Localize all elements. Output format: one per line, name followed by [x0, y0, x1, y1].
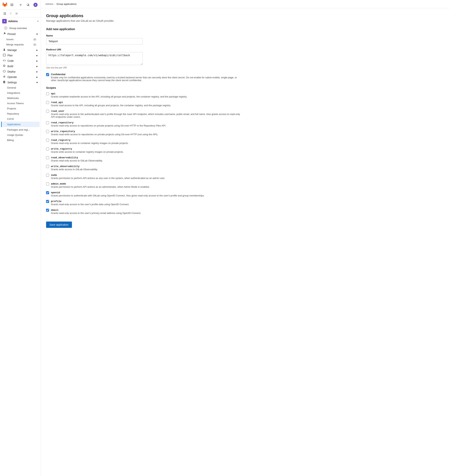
sidebar-section-code[interactable]: Code ▸: [0, 58, 41, 63]
new-item-button[interactable]: [18, 2, 24, 8]
scope-name-read_api[interactable]: read_api: [51, 101, 63, 104]
sidebar-item-repository[interactable]: Repository: [1, 111, 39, 116]
sidebar-section-pinned[interactable]: Pinned ▾: [0, 31, 41, 37]
settings-icon: [3, 81, 6, 84]
scope-name-write_repository[interactable]: write_repository: [51, 130, 75, 133]
scope-desc-write_repository: Grants read-write access to repositories…: [51, 133, 158, 136]
sidebar-item-packages-regi[interactable]: Packages and regi...: [1, 127, 39, 132]
scope-desc-read_user: Grants read-only access to the authentic…: [51, 113, 240, 118]
sidebar-item-access-tokens[interactable]: Access Tokens: [1, 101, 39, 106]
sidebar-section-manage[interactable]: Manage ▸: [0, 47, 41, 53]
scope-desc-admin_mode: Grants permission to perform API actions…: [51, 185, 150, 188]
group-chevron-icon: ▾: [37, 20, 39, 23]
save-application-button[interactable]: Save application: [46, 222, 72, 228]
user-menu-button[interactable]: A: [33, 2, 39, 8]
sidebar-item-general[interactable]: General: [1, 85, 39, 90]
scope-name-read_observability[interactable]: read_observability: [51, 156, 78, 159]
sidebar-section-build[interactable]: Build ▸: [0, 63, 41, 69]
svg-point-5: [4, 76, 5, 77]
redirect-uri-label: Redirect URI: [46, 48, 240, 51]
sidebar-item-group-overview[interactable]: Group overview: [1, 25, 39, 31]
scope-desc-write_observability: Grants write access to GitLab Observabil…: [51, 168, 98, 171]
scope-item-email: emailGrants read-only access to the user…: [46, 208, 240, 214]
sidebar-section-deploy[interactable]: Deploy ▸: [0, 69, 41, 74]
scope-desc-read_repository: Grants read-only access to repositories …: [51, 124, 166, 127]
scope-item-read_repository: read_repositoryGrants read-only access t…: [46, 121, 240, 127]
access-tokens-label: Access Tokens: [7, 102, 24, 105]
sidebar-item-webhooks[interactable]: Webhooks: [1, 96, 39, 101]
sidebar-item-applications[interactable]: Applications: [1, 122, 39, 127]
scope-name-write_registry[interactable]: write_registry: [51, 148, 72, 150]
scope-checkbox-openid[interactable]: [46, 191, 49, 194]
breadcrumb-separator: ›: [55, 3, 55, 6]
main-content: Admins › Group applications Group applic…: [41, 0, 449, 476]
sidebar-item-issues[interactable]: Issues 0: [1, 37, 39, 42]
sidebar-item-cicd[interactable]: CI/CD: [1, 116, 39, 121]
breadcrumb-parent-link[interactable]: Admins: [45, 3, 53, 6]
usage-quotas-label: Usage Quotas: [7, 134, 23, 136]
group-selector[interactable]: A Admins ▾: [0, 17, 41, 25]
group-overview-icon: [4, 26, 7, 30]
scope-item-read_observability: read_observabilityGrants read-only acces…: [46, 156, 240, 162]
projects-label: Projects: [7, 107, 16, 110]
confidential-checkbox[interactable]: [46, 73, 49, 76]
settings-chevron-icon: ▾: [36, 81, 38, 84]
scope-checkbox-email[interactable]: [46, 209, 49, 212]
scope-name-email[interactable]: email: [51, 209, 59, 212]
sidebar-section-operate[interactable]: Operate ▸: [0, 74, 41, 80]
scope-desc-read_api: Grants read access to the API, including…: [51, 104, 171, 107]
scope-checkbox-read_observability[interactable]: [46, 156, 49, 159]
issues-tab-button[interactable]: [14, 11, 20, 17]
scope-item-write_observability: write_observabilityGrants write access t…: [46, 165, 240, 171]
scope-item-profile: profileGrants read-only access to the us…: [46, 200, 240, 206]
scope-checkbox-read_registry[interactable]: [46, 139, 49, 142]
plan-chevron-icon: ▸: [36, 54, 38, 57]
general-label: General: [7, 86, 16, 89]
issues-label: Issues: [6, 38, 14, 41]
scope-item-openid: openidGrants permission to authenticate …: [46, 191, 240, 197]
code-label: Code: [7, 59, 14, 62]
breadcrumb: Admins › Group applications: [41, 0, 449, 8]
scope-checkbox-write_registry[interactable]: [46, 148, 49, 150]
scope-name-read_user[interactable]: read_user: [51, 110, 64, 113]
scope-name-profile[interactable]: profile: [51, 200, 62, 203]
sidebar-section-settings[interactable]: Settings ▾: [0, 80, 41, 85]
scope-checkbox-sudo[interactable]: [46, 174, 49, 177]
pinned-icon: [3, 32, 6, 35]
sidebar: A A Admins ▾ Group overview: [0, 0, 41, 476]
scope-name-read_registry[interactable]: read_registry: [51, 139, 70, 142]
scope-name-openid[interactable]: openid: [51, 191, 60, 194]
applications-label: Applications: [7, 123, 21, 126]
sidebar-toggle-button[interactable]: [9, 2, 15, 8]
sidebar-item-usage-quotas[interactable]: Usage Quotas: [1, 132, 39, 138]
sidebar-item-billing[interactable]: Billing: [1, 138, 39, 143]
scope-checkbox-read_repository[interactable]: [46, 121, 49, 124]
scope-name-write_observability[interactable]: write_observability: [51, 165, 79, 168]
pages-tab-button[interactable]: [2, 11, 8, 17]
scope-name-api[interactable]: api: [51, 92, 55, 95]
deploy-icon: [3, 70, 6, 73]
scope-name-admin_mode[interactable]: admin_mode: [51, 183, 66, 185]
scope-checkbox-admin_mode[interactable]: [46, 183, 49, 185]
merge-requests-tab-button[interactable]: [8, 11, 14, 17]
scope-name-sudo[interactable]: sudo: [51, 174, 57, 177]
sidebar-item-integrations[interactable]: Integrations: [1, 90, 39, 95]
scope-checkbox-profile[interactable]: [46, 200, 49, 203]
sidebar-item-merge-requests[interactable]: Merge requests 0: [1, 42, 39, 47]
plan-icon: [3, 54, 6, 57]
scope-checkbox-read_api[interactable]: [46, 101, 49, 104]
svg-rect-0: [10, 4, 13, 4]
scope-checkbox-write_observability[interactable]: [46, 165, 49, 168]
scope-checkbox-api[interactable]: [46, 92, 49, 95]
search-button[interactable]: [25, 2, 31, 8]
scope-checkbox-read_user[interactable]: [46, 110, 49, 113]
sidebar-section-plan[interactable]: Plan ▸: [0, 53, 41, 58]
scope-name-read_repository[interactable]: read_repository: [51, 121, 73, 124]
sidebar-item-projects[interactable]: Projects: [1, 106, 39, 111]
name-input[interactable]: [46, 38, 143, 45]
confidential-label[interactable]: Confidential: [51, 73, 65, 76]
settings-label: Settings: [7, 81, 17, 84]
issues-badge: 0: [33, 38, 37, 41]
scope-checkbox-write_repository[interactable]: [46, 130, 49, 133]
redirect-uri-input[interactable]: https://teleport.example.com/v1/webapi/o…: [46, 52, 143, 65]
